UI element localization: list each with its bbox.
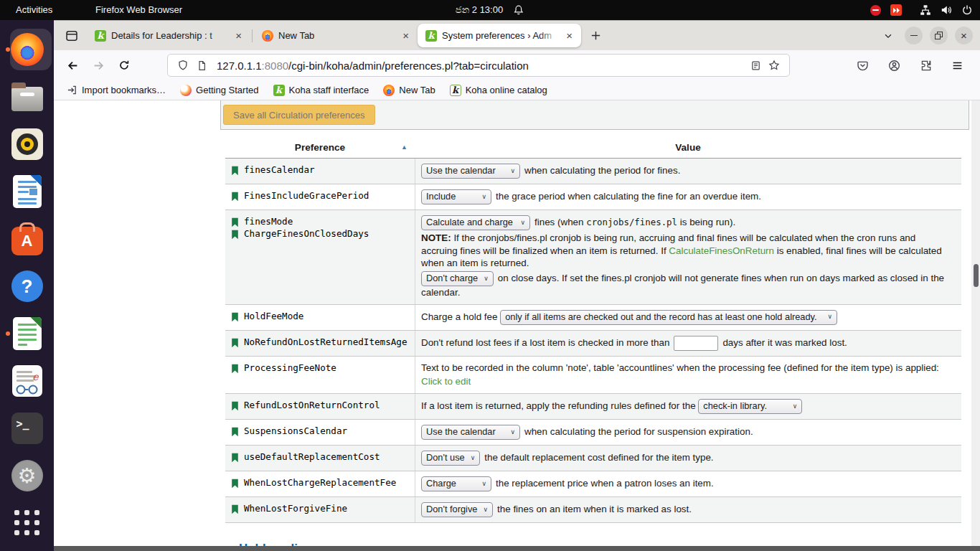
page-content: Save all Circulation preferences Prefere… bbox=[54, 100, 980, 551]
value-select[interactable]: Don't charge∨ bbox=[421, 271, 494, 286]
site-info-page-icon[interactable] bbox=[192, 56, 211, 75]
pref-row-finesMode: finesModeChargeFinesOnClosedDaysCalculat… bbox=[225, 209, 961, 304]
days-input[interactable] bbox=[674, 336, 718, 351]
bookmark-icon bbox=[231, 504, 239, 514]
value-text: the replacement price when a patron lose… bbox=[496, 478, 714, 489]
preference-column-header[interactable]: Preference ▲ bbox=[225, 136, 415, 158]
tab-active[interactable]: kSystem preferences › Adm× bbox=[418, 24, 581, 47]
value-select[interactable]: check-in library.∨ bbox=[698, 399, 802, 414]
bookmark-icon bbox=[231, 427, 239, 437]
pref-green-link[interactable]: CalculateFinesOnReturn bbox=[669, 245, 774, 256]
account-icon[interactable] bbox=[883, 55, 905, 76]
system-status-area[interactable] bbox=[920, 4, 973, 16]
minimize-button[interactable] bbox=[905, 27, 923, 44]
dock-item-firefox[interactable] bbox=[4, 26, 51, 73]
vertical-scrollbar-track[interactable] bbox=[971, 100, 980, 546]
value-select[interactable]: Charge∨ bbox=[421, 476, 491, 491]
value-select[interactable]: Use the calendar∨ bbox=[421, 425, 520, 440]
bookmark-item[interactable]: kKoha online catalog bbox=[444, 83, 553, 98]
koha-favicon: k bbox=[273, 85, 285, 96]
value-line: Don't forgive∨the fines on an item when … bbox=[421, 502, 953, 517]
system-tray bbox=[870, 0, 973, 20]
dock-item-terminal[interactable]: >_ bbox=[4, 405, 51, 452]
value-line: NOTE: If the cronjobs/fines.pl cronjob i… bbox=[421, 232, 953, 270]
tab-title: Details for Leadership : t bbox=[111, 30, 228, 41]
menu-hamburger-icon[interactable] bbox=[946, 55, 968, 76]
value-text: fines (when bbox=[534, 217, 586, 227]
value-column-header[interactable]: Value bbox=[415, 136, 961, 158]
tab-0[interactable]: kDetails for Leadership : t× bbox=[87, 24, 250, 47]
value-select[interactable]: Include∨ bbox=[421, 189, 491, 204]
url-bar[interactable]: 127.0.1.1:8080/cgi-bin/koha/admin/prefer… bbox=[167, 54, 790, 77]
dock-item-files[interactable] bbox=[4, 73, 51, 121]
dock-item-document-viewer[interactable]: e bbox=[4, 357, 51, 405]
dock-item-help[interactable]: ? bbox=[4, 263, 51, 310]
value-select[interactable]: Don't forgive∨ bbox=[421, 502, 493, 517]
do-not-disturb-icon[interactable] bbox=[870, 5, 881, 16]
preference-name: finesCalendar bbox=[244, 164, 315, 176]
value-text: Don't refund lost fees if a lost item is… bbox=[421, 337, 669, 348]
bookmark-icon bbox=[231, 338, 239, 348]
url-text: 127.0.1.1:8080/cgi-bin/koha/admin/prefer… bbox=[217, 60, 746, 72]
value-line: Charge a hold fee only if all items are … bbox=[421, 310, 953, 325]
extensions-puzzle-icon[interactable] bbox=[915, 55, 936, 76]
dock-item-settings[interactable]: ⚙ bbox=[4, 452, 51, 499]
save-all-button[interactable]: Save all Circulation preferences bbox=[223, 105, 375, 125]
clock-menu[interactable]: ජන 2 13:00 bbox=[456, 0, 524, 20]
tab-close-icon[interactable]: × bbox=[564, 29, 575, 42]
recording-indicator-icon[interactable] bbox=[890, 4, 902, 16]
page-bottom-divider bbox=[54, 546, 980, 551]
preference-name: useDefaultReplacementCost bbox=[244, 451, 380, 463]
chevron-down-icon: ∨ bbox=[793, 402, 798, 411]
reader-view-icon[interactable] bbox=[746, 56, 765, 75]
preference-cell: SuspensionsCalendar bbox=[225, 420, 415, 445]
list-all-tabs-button[interactable] bbox=[879, 27, 897, 45]
clock-text: ජන 2 13:00 bbox=[456, 4, 503, 16]
dock-item-libreoffice-writer[interactable] bbox=[4, 168, 51, 215]
tab-close-icon[interactable]: × bbox=[400, 29, 411, 42]
pref-green-link[interactable]: Click to edit bbox=[421, 376, 471, 387]
dock-item-ubuntu-software[interactable]: A bbox=[4, 215, 51, 263]
dock-item-rhythmbox[interactable] bbox=[4, 121, 51, 168]
network-icon bbox=[920, 4, 931, 16]
focused-app-menu[interactable]: Firefox Web Browser bbox=[79, 0, 182, 20]
value-line: Click to edit bbox=[421, 375, 953, 388]
value-select[interactable]: Don't use∨ bbox=[421, 451, 480, 466]
back-button[interactable] bbox=[62, 55, 83, 76]
value-cell: Don't forgive∨the fines on an item when … bbox=[415, 497, 961, 522]
dock-item-app-grid[interactable] bbox=[4, 499, 51, 547]
value-text: on close days. If set the fines.pl cronj… bbox=[421, 273, 944, 298]
bookmark-item[interactable]: Getting Started bbox=[174, 83, 264, 98]
forward-button[interactable] bbox=[88, 55, 109, 76]
toolbar-right-icons bbox=[849, 55, 974, 76]
bookmark-icon bbox=[231, 401, 239, 411]
maximize-button[interactable] bbox=[930, 27, 948, 44]
vertical-scrollbar-thumb[interactable] bbox=[974, 264, 979, 287]
activities-button[interactable]: Activities bbox=[9, 0, 60, 20]
select-value: Charge bbox=[426, 478, 456, 490]
firefox-view-button[interactable] bbox=[61, 25, 83, 47]
value-select[interactable]: Calculate and charge∨ bbox=[421, 215, 530, 230]
close-window-button[interactable]: × bbox=[955, 27, 973, 44]
value-line: Don't charge∨on close days. If set the f… bbox=[421, 271, 953, 299]
pocket-icon[interactable] bbox=[852, 55, 873, 76]
value-select[interactable]: Use the calendar∨ bbox=[421, 164, 520, 179]
bookmark-item[interactable]: Import bookmarks… bbox=[61, 83, 171, 98]
getting-started-icon bbox=[180, 85, 192, 96]
pref-row-HoldFeeMode: HoldFeeModeCharge a hold fee only if all… bbox=[225, 304, 961, 330]
preference-name: RefundLostOnReturnControl bbox=[244, 400, 380, 412]
preference-name-line: HoldFeeMode bbox=[231, 311, 409, 323]
tab-1[interactable]: New Tab× bbox=[254, 24, 418, 47]
bookmark-item[interactable]: New Tab bbox=[377, 83, 440, 98]
new-tab-button[interactable] bbox=[585, 26, 606, 46]
dock-item-libreoffice-calc[interactable] bbox=[4, 310, 51, 357]
select-value: Calculate and charge bbox=[426, 217, 513, 229]
value-select[interactable]: only if all items are checked out and th… bbox=[500, 310, 837, 325]
shield-icon[interactable] bbox=[174, 56, 192, 75]
reload-button[interactable] bbox=[113, 55, 135, 76]
tab-close-icon[interactable]: × bbox=[233, 29, 244, 42]
value-text: Text to be recorded in the column 'note'… bbox=[421, 362, 939, 373]
select-value: Use the calendar bbox=[426, 165, 496, 177]
bookmark-star-icon[interactable] bbox=[765, 56, 783, 75]
bookmark-item[interactable]: kKoha staff interface bbox=[268, 83, 375, 98]
